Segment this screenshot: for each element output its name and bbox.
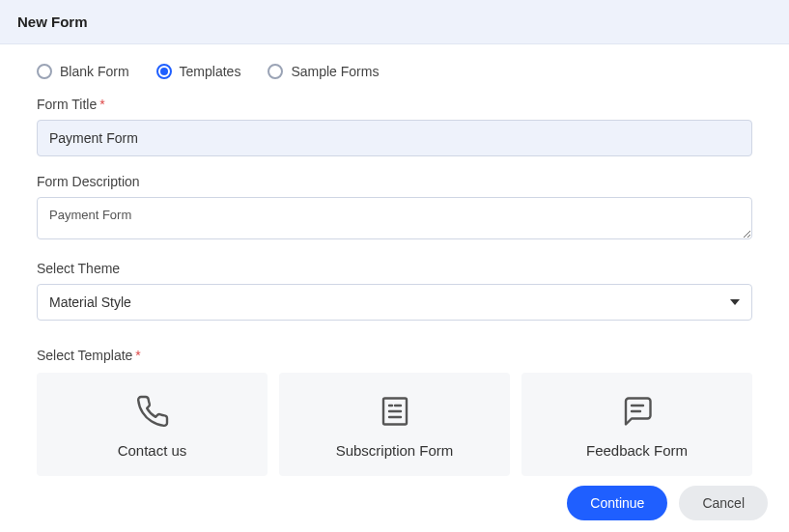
page-header: New Form: [0, 0, 789, 44]
continue-button[interactable]: Continue: [567, 486, 667, 520]
form-title-label: Form Title *: [37, 97, 752, 112]
required-mark: *: [99, 97, 104, 112]
theme-select[interactable]: Material Style: [37, 284, 752, 321]
page-title: New Form: [17, 14, 772, 30]
document-icon: [378, 394, 412, 429]
mode-sample-forms[interactable]: Sample Forms: [268, 64, 379, 79]
required-mark: *: [135, 348, 140, 363]
template-title: Contact us: [118, 442, 187, 459]
template-list: Contact us Subscription Form Feedback Fo…: [37, 373, 752, 476]
phone-icon: [135, 394, 170, 429]
theme-selected-value: Material Style: [49, 294, 131, 310]
form-content: Blank Form Templates Sample Forms Form T…: [0, 44, 789, 476]
select-template-label: Select Template *: [37, 348, 752, 363]
template-contact-us[interactable]: Contact us: [37, 373, 268, 476]
template-feedback-form[interactable]: Feedback Form: [521, 373, 752, 476]
mode-blank-form[interactable]: Blank Form: [37, 64, 129, 79]
mode-radio-group: Blank Form Templates Sample Forms: [37, 64, 752, 79]
mode-label: Sample Forms: [291, 64, 379, 79]
mode-templates[interactable]: Templates: [156, 64, 241, 79]
cancel-button[interactable]: Cancel: [679, 486, 768, 520]
form-description-label: Form Description: [37, 174, 752, 189]
radio-icon: [156, 64, 172, 79]
form-title-input[interactable]: [37, 120, 752, 156]
template-title: Subscription Form: [336, 442, 454, 459]
radio-icon: [268, 64, 283, 79]
mode-label: Templates: [180, 64, 241, 79]
form-description-input[interactable]: Payment Form: [37, 197, 752, 239]
chat-icon: [620, 394, 655, 429]
template-title: Feedback Form: [586, 442, 688, 459]
chevron-down-icon: [730, 299, 740, 305]
select-theme-label: Select Theme: [37, 261, 752, 276]
template-subscription-form[interactable]: Subscription Form: [279, 373, 510, 476]
radio-icon: [37, 64, 52, 79]
footer-actions: Continue Cancel: [567, 486, 768, 520]
mode-label: Blank Form: [60, 64, 129, 79]
